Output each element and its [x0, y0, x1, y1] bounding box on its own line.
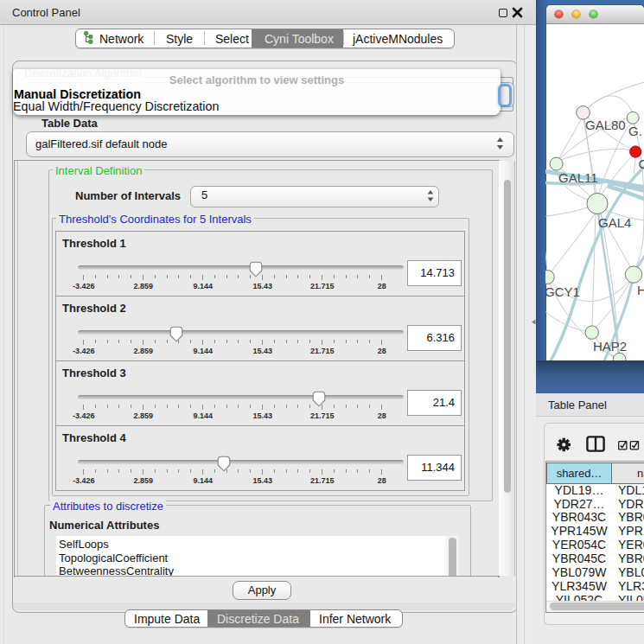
- svg-text:G.: G.: [628, 124, 642, 138]
- svg-text:GCY1: GCY1: [545, 284, 580, 299]
- svg-text:GAL4: GAL4: [598, 215, 631, 230]
- svg-text:GAL11: GAL11: [558, 170, 598, 185]
- svg-text:HAP2: HAP2: [593, 339, 627, 354]
- svg-text:C: C: [639, 156, 644, 171]
- svg-text:GAL80: GAL80: [585, 118, 626, 132]
- svg-text:H: H: [637, 283, 644, 297]
